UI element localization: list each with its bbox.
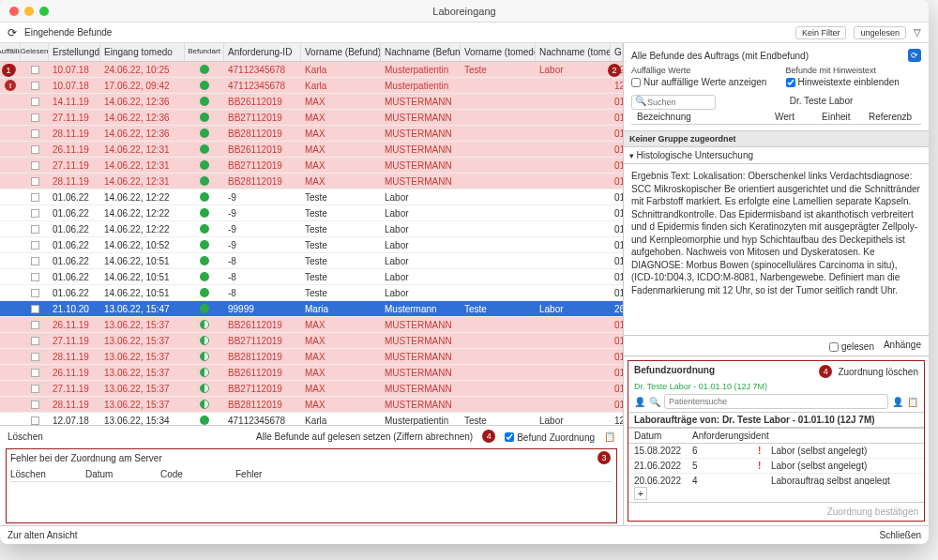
table-row[interactable]: 01.06.2214.06.22, 12:22 -9TesteLabor 01.… xyxy=(0,205,623,221)
close-button[interactable]: Schließen xyxy=(880,530,921,540)
col-eingang[interactable]: Eingang tomedo xyxy=(100,43,185,61)
status-dot-icon xyxy=(200,65,209,74)
table-row[interactable]: 28.11.1914.06.22, 12:36 BB28112019MAXMUS… xyxy=(0,126,623,142)
table-row[interactable]: 26.11.1914.06.22, 12:31 BB26112019MAXMUS… xyxy=(0,142,623,158)
table-row[interactable]: ! 10.07.1817.06.22, 09:42 47112345678Kar… xyxy=(0,78,623,94)
col-vt[interactable]: Vorname (tomedo) xyxy=(461,43,536,61)
read-checkbox[interactable] xyxy=(31,369,39,377)
read-checkbox[interactable] xyxy=(31,257,39,265)
table-row[interactable]: 01.06.2214.06.22, 10:51 -8TesteLabor 01.… xyxy=(0,269,623,285)
table-row[interactable]: 12.07.1813.06.22, 15:34 47112345678Karla… xyxy=(0,413,623,425)
read-checkbox[interactable] xyxy=(31,98,39,106)
read-checkbox[interactable] xyxy=(31,416,39,425)
read-checkbox[interactable] xyxy=(31,114,39,122)
read-checkbox[interactable] xyxy=(31,225,39,234)
table-row[interactable]: 01.06.2214.06.22, 12:22 -9TesteLabor 01.… xyxy=(0,221,623,237)
table-row[interactable]: 14.11.1914.06.22, 12:36 BB26112019MAXMUS… xyxy=(0,94,623,110)
bz-rows: 15.08.20226!Labor (selbst angelegt)21.06… xyxy=(628,444,924,485)
col-vn[interactable]: Vorname (Befund) xyxy=(301,43,381,61)
left-pane: Auffällig Gelesen Erstellungdat… Eingang… xyxy=(0,43,624,525)
read-checkbox[interactable] xyxy=(31,66,39,74)
zuordnung-checkbox[interactable]: Befund Zuordnung xyxy=(505,432,595,443)
read-checkbox[interactable] xyxy=(31,241,39,250)
status-dot-icon xyxy=(200,352,209,361)
status-dot-icon xyxy=(200,304,209,313)
attachments-button[interactable]: Anhänge xyxy=(884,340,921,352)
read-checkbox[interactable] xyxy=(31,289,39,297)
table-row[interactable]: 28.11.1913.06.22, 15:37 BB28112019MAXMUS… xyxy=(0,397,623,413)
col-auffaellig[interactable]: Auffällig xyxy=(0,43,21,61)
read-checkbox[interactable] xyxy=(31,305,39,313)
clipboard-icon[interactable]: 📋 xyxy=(907,397,918,407)
read-checkbox[interactable] xyxy=(31,401,39,409)
read-checkbox[interactable] xyxy=(31,337,39,345)
person-add-icon[interactable]: 👤 xyxy=(892,397,903,407)
read-checkbox[interactable] xyxy=(31,385,39,393)
reload-icon[interactable]: ⟳ xyxy=(8,26,17,39)
hw-checkbox[interactable]: Hinweistexte einblenden xyxy=(786,77,922,87)
read-checkbox[interactable] xyxy=(31,129,39,138)
read-checkbox[interactable] xyxy=(31,321,39,329)
table-body: 1 2 ! 10.07.1824.06.22, 10:25 4711234567… xyxy=(0,62,623,425)
bz-row[interactable]: 21.06.20225!Labor (selbst angelegt) xyxy=(628,459,924,474)
read-checkbox[interactable] xyxy=(31,145,39,154)
col-nt[interactable]: Nachname (tomedo) xyxy=(536,43,611,61)
read-checkbox[interactable] xyxy=(31,193,39,202)
status-dot-icon xyxy=(200,416,209,425)
table-row[interactable]: 01.06.2214.06.22, 10:51 -8TesteLabor 01.… xyxy=(0,285,623,301)
bz-row[interactable]: 20.06.20224Laborauftrag selbst angelegt xyxy=(628,474,924,485)
read-checkbox[interactable] xyxy=(31,273,39,281)
bz-confirm[interactable]: Zuordnung bestätigen xyxy=(628,502,924,521)
table-row[interactable]: 27.11.1913.06.22, 15:37 BB27112019MAXMUS… xyxy=(0,333,623,349)
col-befundart[interactable]: Befundart xyxy=(185,43,224,61)
sec-histo[interactable]: ▾ Histologische Untersuchung xyxy=(624,147,929,164)
bz-title: Befundzuordnung xyxy=(634,365,715,378)
table-row[interactable]: 26.11.1913.06.22, 15:37 BB26112019MAXMUS… xyxy=(0,317,623,333)
aw-checkbox[interactable]: Nur auffällige Werte anzeigen xyxy=(631,77,767,87)
warning-icon: ! xyxy=(5,80,16,91)
table-row[interactable]: ! 10.07.1824.06.22, 10:25 47112345678Kar… xyxy=(0,62,623,78)
search-icon: 🔍 xyxy=(649,397,660,407)
col-anf[interactable]: Anforderung-ID xyxy=(224,43,301,61)
read-checkbox[interactable] xyxy=(31,82,39,90)
add-button[interactable]: + xyxy=(634,487,647,500)
table-row[interactable]: 01.06.2214.06.22, 10:52 -9TesteLabor 01.… xyxy=(0,237,623,253)
read-checkbox[interactable] xyxy=(31,177,39,186)
read-checkbox[interactable] xyxy=(31,161,39,170)
search-icon: 🔍 xyxy=(635,96,646,106)
table-row[interactable]: 28.11.1913.06.22, 15:37 BB28112019MAXMUS… xyxy=(0,349,623,365)
table-row[interactable]: 28.11.1914.06.22, 12:31 BB28112019MAXMUS… xyxy=(0,174,623,189)
read-checkbox[interactable] xyxy=(31,209,39,218)
mark-read-button[interactable]: Alle Befunde auf gelesen setzen (Ziffern… xyxy=(256,431,473,442)
bz-delete-button[interactable]: Zuordnung löschen xyxy=(838,367,918,377)
status-dot-icon xyxy=(200,288,209,297)
gelesen-checkbox[interactable]: gelesen xyxy=(829,341,874,352)
table-row[interactable]: 01.06.2214.06.22, 10:51 -8TesteLabor 01.… xyxy=(0,253,623,269)
patient-search-input[interactable] xyxy=(664,394,888,409)
old-view-button[interactable]: Zur alten Ansicht xyxy=(8,530,77,540)
status-dot-icon xyxy=(200,81,209,90)
table-row[interactable]: 27.11.1914.06.22, 12:36 BB27112019MAXMUS… xyxy=(0,110,623,126)
table-row[interactable]: 27.11.1913.06.22, 15:37 BB27112019MAXMUS… xyxy=(0,381,623,397)
delete-button[interactable]: Löschen xyxy=(8,431,43,442)
refresh-icon[interactable]: ⟳ xyxy=(908,49,921,62)
table-row[interactable]: 01.06.2214.06.22, 12:22 -9TesteLabor 01.… xyxy=(0,189,623,205)
unread-button[interactable]: ungelesen xyxy=(854,26,906,39)
col-gelesen[interactable]: Gelesen xyxy=(21,43,49,61)
col-nn[interactable]: Nachname (Befund) xyxy=(381,43,461,61)
col-geb[interactable]: Geburtsdatum xyxy=(611,43,623,61)
bz-row[interactable]: 15.08.20226!Labor (selbst angelegt) xyxy=(628,444,924,459)
status-dot-icon xyxy=(200,336,209,345)
all-results-label: Alle Befunde des Auftrags (mit Endbefund… xyxy=(631,51,809,61)
filter-icon[interactable]: ▽ xyxy=(914,27,921,38)
bz-von: Laboraufträge von: Dr. Teste Labor - 01.… xyxy=(628,412,924,428)
no-filter-button[interactable]: Kein Filter xyxy=(795,26,847,39)
table-row[interactable]: 27.11.1914.06.22, 12:31 BB27112019MAXMUS… xyxy=(0,158,623,174)
read-checkbox[interactable] xyxy=(31,353,39,361)
col-erstell[interactable]: Erstellungdat… xyxy=(49,43,100,61)
table-row[interactable]: 21.10.2013.06.22, 15:47 99999MariaMuster… xyxy=(0,301,623,317)
status-dot-icon xyxy=(200,368,209,377)
status-dot-icon xyxy=(200,160,209,170)
table-row[interactable]: 26.11.1913.06.22, 15:37 BB26112019MAXMUS… xyxy=(0,365,623,381)
clipboard-icon[interactable]: 📋 xyxy=(604,431,615,442)
